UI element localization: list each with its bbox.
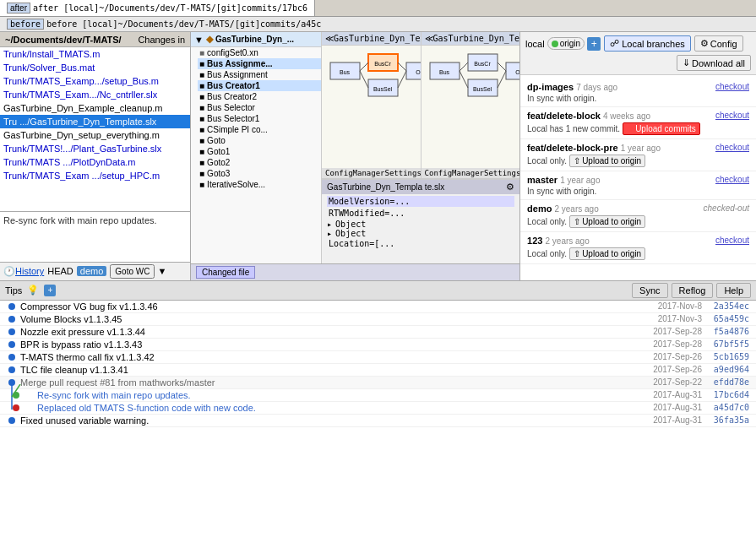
prop-object-1: Object: [335, 220, 366, 229]
commit-row[interactable]: TLC file cleanup v1.1.3.41 2017-Sep-26 a…: [0, 364, 756, 377]
sim-canvas-2: Bus BusCr BusSel Out: [422, 46, 520, 168]
tree-item-bus-assignment[interactable]: ■Bus Assignme...: [198, 58, 321, 69]
tree-item-bus-creator[interactable]: ■Bus Assignment: [198, 69, 321, 80]
upload-to-origin-button-demo[interactable]: ⇧ Upload to origin: [569, 215, 645, 228]
checkout-feat-delete-block[interactable]: checkout: [715, 111, 749, 120]
before-path: before [local]~/Documents/dev/T-MATS/[gi…: [46, 19, 321, 29]
center-pane: ▼ ◆ GasTurbine_Dyn_... ■configSet0.xn ■B…: [191, 32, 520, 280]
upload-to-origin-button-3[interactable]: ⇧ Upload to origin: [569, 155, 645, 167]
download-all-button[interactable]: ⇓ Download all: [677, 55, 751, 71]
commit-dot: [8, 341, 15, 348]
local-label[interactable]: local: [525, 39, 545, 49]
left-pane-title: ~/Documents/dev/T-MATS/: [0, 35, 127, 45]
tree-item-bus-creator1[interactable]: ■Bus Creator1: [198, 80, 321, 91]
settings-title: GasTurbine_Dyn_Templa te.slx: [327, 182, 444, 192]
mid-area: ~/Documents/dev/T-MATS/ Changes in Trunk…: [0, 32, 756, 280]
upload-icon-3: ⇧: [574, 156, 580, 165]
commit-row[interactable]: Merge pull request #81 from mathworks/ma…: [0, 377, 756, 389]
bottom-sync-toolbar: Tips 💡 + Sync Reflog Help: [0, 280, 756, 301]
commit-row[interactable]: Compressor VG bug fix v1.1.3.46 2017-Nov…: [0, 301, 756, 313]
dropdown-arrow[interactable]: ▼: [157, 266, 166, 276]
changes-in-tab[interactable]: Changes in: [133, 35, 190, 45]
list-item[interactable]: GasTurbine_Dyn_Example_cleanup.m: [0, 101, 190, 115]
expand-icon[interactable]: ▼: [194, 35, 204, 45]
svg-text:Bus: Bus: [439, 69, 450, 75]
list-item[interactable]: Trunk/Solver_Bus.mat: [0, 61, 190, 74]
commit-message: Fixed unused variable warning.: [20, 415, 626, 426]
nav-prev-icon[interactable]: ≪: [325, 34, 334, 43]
commit-hash: f5a4876: [702, 327, 753, 336]
commit-hash: 17bc6d4: [702, 390, 753, 399]
history-label[interactable]: History: [15, 266, 44, 276]
list-item-selected[interactable]: Tru .../GasTurbine_Dyn_Template.slx: [0, 115, 190, 128]
commit-row[interactable]: BPR is bypass ratio v1.1.3.43 2017-Sep-2…: [0, 339, 756, 351]
commit-row[interactable]: Replaced old TMATS S-function code with …: [0, 402, 756, 415]
tree-item-bus-selector[interactable]: ■Bus Selector: [198, 102, 321, 113]
branch-dp-images-status: In sync with origin.: [527, 94, 749, 103]
add-remote-button[interactable]: +: [587, 37, 601, 51]
merge-graph-svg: [8, 384, 25, 410]
prop-location: Location=[...: [327, 238, 514, 249]
local-branches-tab[interactable]: ☍ Local branches: [604, 35, 691, 52]
commit-hash: efdd78e: [702, 377, 753, 387]
upload-to-origin-button-123[interactable]: ⇧ Upload to origin: [569, 247, 645, 260]
commit-row[interactable]: Fixed unused variable warning. 2017-Aug-…: [0, 415, 756, 427]
tree-item-goto2[interactable]: ■Goto2: [198, 157, 321, 168]
goto-wc-button[interactable]: Goto WC: [110, 264, 155, 279]
branch-name-demo[interactable]: demo: [527, 203, 552, 214]
expand-obj-1[interactable]: ▸: [327, 220, 332, 229]
checkout-master[interactable]: checkout: [715, 175, 749, 184]
tree-item-bus-creator2[interactable]: ■Bus Creator2: [198, 91, 321, 102]
list-item[interactable]: GasTurbine_Dyn_setup_everything.m: [0, 128, 190, 142]
list-item[interactable]: Trunk/TMATS!.../Plant_GasTurbine.slx: [0, 142, 190, 155]
tree-item-csimple[interactable]: ■CSimple PI co...: [198, 124, 321, 135]
branch-demo-status: Local only. ⇧ Upload to origin: [527, 215, 749, 228]
branch-name-master[interactable]: master: [527, 175, 557, 185]
list-item[interactable]: Trunk/TMATS_Examp.../setup_Bus.m: [0, 74, 190, 88]
list-item[interactable]: Trunk/TMATS_Exam.../Nc_cntrller.slx: [0, 88, 190, 101]
settings-gear-icon[interactable]: ⚙: [506, 182, 514, 193]
checkout-123[interactable]: checkout: [715, 236, 749, 245]
list-item[interactable]: Trunk/TMATS .../PlotDynData.m: [0, 155, 190, 169]
help-button[interactable]: Help: [716, 283, 751, 298]
branch-name[interactable]: dp-images: [527, 82, 574, 92]
tree-item-bus-selector1[interactable]: ■Bus Selector1: [198, 113, 321, 124]
branch-name-3[interactable]: feat/delete-block-pre: [527, 143, 618, 153]
commit-date: 2017-Sep-28: [626, 339, 702, 349]
svg-text:BusSel: BusSel: [472, 86, 492, 92]
file-list: Trunk/Install_TMATS.m Trunk/Solver_Bus.m…: [0, 47, 190, 211]
tab-after[interactable]: after after [local]~/Documents/dev/T-MAT…: [0, 0, 315, 16]
bus-creator-label: Bus Assignment: [207, 70, 268, 79]
nav-prev-icon-2[interactable]: ≪: [425, 34, 433, 43]
checked-out-badge: checked-out: [704, 203, 749, 213]
commit-row[interactable]: Nozzle exit pressure v1.1.3.44 2017-Sep-…: [0, 326, 756, 339]
config-button[interactable]: ⚙ Config: [694, 35, 743, 52]
branch-icon: ☍: [610, 38, 619, 49]
list-item[interactable]: Trunk/Install_TMATS.m: [0, 47, 190, 61]
tree-item-iterative[interactable]: ■IterativeSolve...: [198, 179, 321, 190]
branch-name-123[interactable]: 123: [527, 236, 542, 246]
reflog-button[interactable]: Reflog: [672, 283, 714, 298]
tree-item-goto[interactable]: ■Goto: [198, 135, 321, 146]
tree-item-configset[interactable]: ■configSet0.xn: [198, 47, 321, 58]
commit-hash: a9ed964: [702, 365, 753, 374]
checkout-dp-images[interactable]: checkout: [715, 82, 749, 91]
commit-row[interactable]: Volume Blocks v1.1.3.45 2017-Nov-3 65a45…: [0, 313, 756, 326]
commit-hash: 65a459c: [702, 314, 753, 323]
tree-item-goto3[interactable]: ■Goto3: [198, 168, 321, 179]
add-tip-button[interactable]: +: [44, 285, 56, 296]
expand-obj-2[interactable]: ▸: [327, 229, 332, 238]
list-item[interactable]: Trunk/TMATS_Exam .../setup_HPC.m: [0, 169, 190, 182]
left-pane-header: ~/Documents/dev/T-MATS/ Changes in: [0, 32, 190, 47]
commit-row[interactable]: T-MATS thermo call fix v1.1.3.42 2017-Se…: [0, 351, 756, 364]
commit-message: Compressor VG bug fix v1.1.3.46: [20, 301, 626, 312]
prop-rtw: RTWModified=...: [327, 208, 514, 219]
upload-commits-button[interactable]: ⇧ Upload commits: [623, 122, 700, 135]
tree-item-goto1[interactable]: ■Goto1: [198, 146, 321, 157]
sync-button[interactable]: Sync: [632, 283, 667, 298]
commit-date: 2017-Aug-31: [626, 403, 702, 412]
commit-row[interactable]: Re-sync fork with main repo updates. 201…: [0, 389, 756, 402]
checkout-feat-delete-block-pre[interactable]: checkout: [715, 143, 749, 152]
branch-name-2[interactable]: feat/delete-block: [527, 111, 601, 121]
origin-badge[interactable]: origin: [547, 37, 585, 50]
